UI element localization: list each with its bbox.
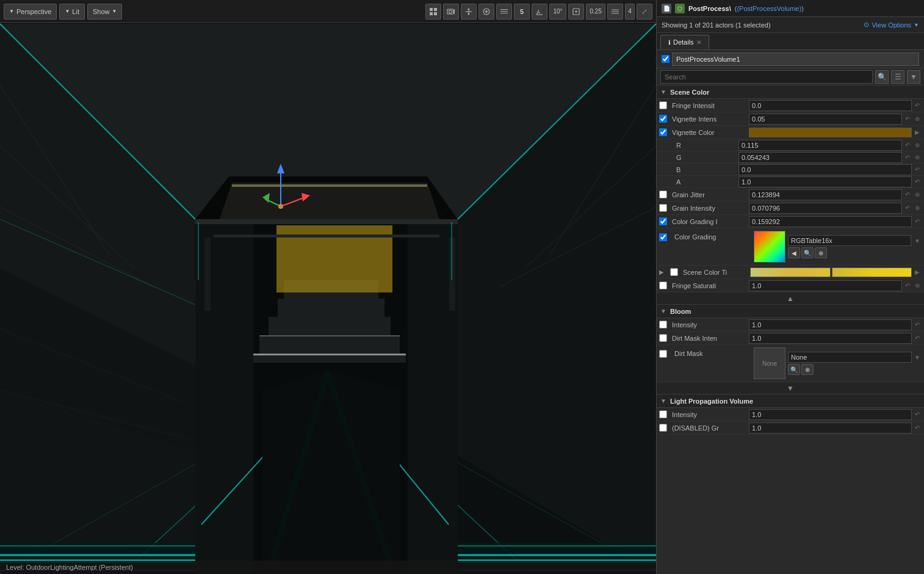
grid2-icon-btn[interactable] — [496, 4, 512, 20]
properties-panel[interactable]: ▼ Scene Color Fringe Intensit ↶ Vignette… — [657, 85, 924, 574]
transform-icon-btn[interactable] — [461, 4, 477, 20]
grid-icon-btn[interactable] — [425, 4, 441, 20]
tab-details[interactable]: ℹ Details ✕ — [660, 35, 709, 49]
grain-intensity-extra[interactable]: ⊕ — [913, 204, 922, 213]
scene-viewport[interactable] — [0, 23, 656, 574]
dirt-extra-btn[interactable]: ⊕ — [801, 364, 814, 375]
scroll-down-row[interactable]: ▼ — [657, 382, 924, 394]
b-input[interactable] — [738, 164, 912, 175]
light-propagation-section-header[interactable]: ▼ Light Propagation Volume — [657, 394, 924, 408]
fringe-intensity-checkbox[interactable] — [659, 101, 667, 109]
r-input[interactable] — [738, 140, 902, 151]
component-enabled-checkbox[interactable] — [662, 55, 670, 63]
dirt-mask-intensity-reset[interactable]: ↶ — [913, 334, 922, 343]
scene-color-section-header[interactable]: ▼ Scene Color — [657, 85, 924, 99]
g-input[interactable] — [738, 152, 902, 163]
lpv-disabled-input[interactable] — [749, 423, 912, 434]
snap-icon-btn[interactable] — [478, 4, 494, 20]
grain-jitter-reset[interactable]: ↶ — [903, 191, 912, 199]
scene-color-tint-extra[interactable]: ▶ — [913, 268, 922, 277]
color-grading-intensity-checkbox[interactable] — [659, 217, 667, 225]
a-reset[interactable]: ↶ — [913, 178, 922, 186]
a-input[interactable] — [738, 176, 912, 187]
fringe-saturation-reset[interactable]: ↶ — [903, 282, 912, 290]
lpv-intensity-checkbox[interactable] — [659, 410, 667, 418]
g-extra[interactable]: ⊕ — [913, 153, 922, 162]
fringe-intensity-reset[interactable]: ↶ — [913, 101, 922, 110]
bloom-intensity-label: Intensity — [670, 321, 749, 329]
maximize-icon-btn[interactable]: ⤢ — [637, 4, 652, 20]
list-view-button[interactable]: ☰ — [891, 70, 904, 84]
dirt-mask-checkbox[interactable] — [659, 350, 667, 358]
tab-close-button[interactable]: ✕ — [696, 39, 701, 46]
search-input[interactable] — [660, 70, 873, 84]
dirt-mask-intensity-checkbox[interactable] — [659, 334, 667, 342]
search-button[interactable]: 🔍 — [875, 70, 889, 84]
lut-search-btn[interactable]: 🔍 — [801, 247, 814, 258]
vignette-intensity-checkbox[interactable] — [659, 115, 667, 123]
dirt-search-btn[interactable]: 🔍 — [788, 364, 800, 375]
scroll-up-row[interactable]: ▲ — [657, 292, 924, 305]
camera-icon-btn[interactable] — [443, 4, 459, 20]
lpv-intensity-input[interactable] — [749, 409, 912, 420]
scene-color-tint-swatch[interactable] — [750, 267, 831, 277]
svg-marker-9 — [467, 8, 470, 10]
color-grading-lut-checkbox[interactable] — [659, 233, 667, 241]
fringe-saturation-extra[interactable]: ⊕ — [913, 282, 922, 290]
fringe-saturation-checkbox[interactable] — [659, 282, 667, 289]
vignette-color-checkbox[interactable] — [659, 128, 667, 136]
grain-jitter-extra[interactable]: ⊕ — [913, 191, 922, 199]
lut-name-input[interactable] — [788, 235, 911, 246]
color-grading-intensity-input[interactable] — [749, 216, 912, 227]
vignette-intensity-reset[interactable]: ↶ — [903, 115, 912, 123]
lpv-intensity-reset[interactable]: ↶ — [913, 410, 922, 419]
bloom-intensity-input[interactable] — [749, 319, 912, 330]
grain-intensity-input[interactable] — [749, 203, 902, 214]
num5-label[interactable]: 5 — [514, 4, 530, 20]
color-grading-intensity-value-container: ↶ — [749, 216, 922, 227]
lpv-disabled-checkbox[interactable] — [659, 424, 667, 432]
grain-jitter-checkbox[interactable] — [659, 191, 667, 198]
vignette-intensity-input[interactable] — [749, 114, 902, 125]
dirt-mask-intensity-input[interactable] — [749, 333, 912, 344]
grain-intensity-checkbox[interactable] — [659, 204, 667, 212]
lpv-disabled-reset[interactable]: ↶ — [913, 424, 922, 432]
angle-icon-btn[interactable] — [532, 4, 547, 20]
svg-rect-74 — [269, 317, 391, 335]
grain-intensity-reset[interactable]: ↶ — [903, 204, 912, 213]
scale-icon-btn[interactable] — [568, 4, 584, 20]
r-extra[interactable]: ⊕ — [913, 141, 922, 150]
layers-icon-btn[interactable] — [607, 4, 623, 20]
fringe-intensity-input[interactable] — [749, 100, 912, 111]
dirt-dropdown-btn[interactable]: ▼ — [913, 353, 922, 361]
details-tabs: ℹ Details ✕ — [657, 33, 924, 50]
view-options-button[interactable]: ⊙ View Options ▼ — [864, 21, 919, 29]
scene-color-tint-swatch2[interactable] — [832, 267, 912, 277]
show-button[interactable]: Show ▼ — [87, 4, 122, 20]
bloom-intensity-reset[interactable]: ↶ — [913, 321, 922, 329]
lut-back-btn[interactable]: ◀ — [788, 247, 800, 258]
dirt-name-input[interactable] — [788, 352, 912, 363]
lut-dropdown-btn[interactable]: ▼ — [913, 236, 922, 245]
b-reset[interactable]: ↶ — [913, 165, 922, 174]
component-name-input[interactable] — [672, 53, 919, 66]
perspective-button[interactable]: ▼ Perspective — [4, 4, 57, 20]
fringe-saturation-input[interactable] — [749, 280, 902, 291]
tint-expand-btn[interactable]: ▶ — [659, 269, 669, 275]
color-grading-lut-label: Color Grading — [672, 233, 751, 241]
r-reset[interactable]: ↶ — [903, 141, 912, 150]
filter-button[interactable]: ▼ — [907, 70, 920, 84]
color-grading-intensity-reset[interactable]: ↶ — [913, 217, 922, 226]
grain-jitter-input[interactable] — [749, 189, 902, 200]
bloom-section-header[interactable]: ▼ Bloom — [657, 305, 924, 318]
angle-value-label: 10° — [549, 4, 566, 20]
bloom-intensity-checkbox[interactable] — [659, 321, 667, 329]
vignette-color-swatch[interactable] — [749, 128, 912, 137]
lit-button[interactable]: ▼ Lit — [59, 4, 85, 20]
lut-extra-btn[interactable]: ⊕ — [815, 247, 827, 258]
transform-gizmo[interactable] — [262, 158, 311, 220]
vignette-intensity-extra[interactable]: ⊕ — [913, 115, 922, 123]
g-reset[interactable]: ↶ — [903, 153, 912, 162]
vignette-color-extra[interactable]: ▶ — [913, 128, 922, 137]
scene-color-tint-checkbox[interactable] — [670, 268, 678, 276]
